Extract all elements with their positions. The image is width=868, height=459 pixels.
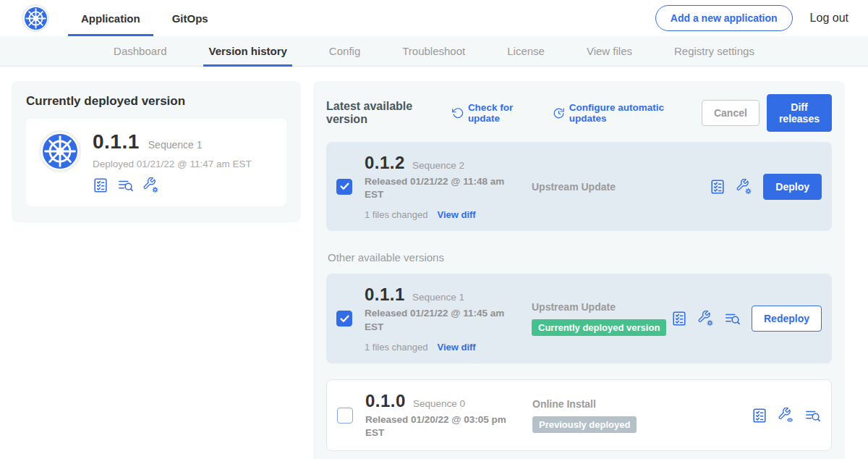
- tab-troubleshoot[interactable]: Troubleshoot: [381, 36, 486, 66]
- tab-application[interactable]: Application: [65, 0, 156, 36]
- main-content: Currently deployed version 0.1.1 Sequenc…: [0, 67, 868, 459]
- tab-version-history[interactable]: Version history: [187, 36, 307, 66]
- tab-config[interactable]: Config: [308, 36, 381, 66]
- version-row: 0.1.1 Sequence 1 Released 01/21/22 @ 11:…: [326, 274, 832, 363]
- version-row-actions: [710, 179, 752, 195]
- redeploy-button[interactable]: Redeploy: [752, 306, 822, 332]
- files-changed-label: 1 files changed: [365, 342, 427, 353]
- preflight-checks-icon[interactable]: [710, 179, 726, 195]
- deploy-logs-icon[interactable]: [725, 311, 741, 327]
- tab-registry-settings[interactable]: Registry settings: [653, 36, 775, 66]
- refresh-icon: [451, 107, 464, 119]
- deploy-logs-icon[interactable]: [805, 408, 821, 424]
- deployed-version-actions: [93, 177, 252, 193]
- tab-gitops-label: GitOps: [172, 12, 208, 25]
- version-row-actions: [752, 408, 821, 424]
- version-source-label: Online Install: [532, 398, 752, 410]
- version-status-badge: Previously deployed: [532, 416, 637, 433]
- view-config-icon[interactable]: [778, 408, 794, 424]
- version-status-badge: Currently deployed version: [532, 319, 666, 336]
- deployed-version-sequence: Sequence 1: [148, 139, 203, 151]
- version-released-timestamp: Released 01/21/22 @ 11:48 am EST: [365, 175, 509, 201]
- edit-config-icon[interactable]: [143, 177, 159, 193]
- deployed-version-number: 0.1.1: [93, 130, 140, 153]
- version-number: 0.1.1: [365, 285, 405, 305]
- top-nav-right: Add a new application Log out: [655, 5, 848, 31]
- configure-updates-label: Configure automatic updates: [569, 102, 684, 124]
- latest-version-list: 0.1.2 Sequence 2 Released 01/21/22 @ 11:…: [326, 142, 832, 231]
- diff-releases-button[interactable]: Diff releases: [767, 94, 832, 132]
- version-row: 0.1.2 Sequence 2 Released 01/21/22 @ 11:…: [326, 142, 832, 231]
- deploy-logs-icon[interactable]: [118, 177, 134, 193]
- version-released-timestamp: Released 01/21/22 @ 11:45 am EST: [365, 307, 509, 333]
- view-diff-link[interactable]: View diff: [437, 209, 475, 220]
- preflight-checks-icon[interactable]: [671, 311, 687, 327]
- view-diff-link[interactable]: View diff: [437, 342, 475, 353]
- deploy-button[interactable]: Deploy: [763, 174, 822, 200]
- tab-dashboard[interactable]: Dashboard: [93, 36, 187, 66]
- version-source-label: Upstream Update: [532, 181, 710, 193]
- kubernetes-logo-icon: [22, 4, 49, 32]
- other-versions-title: Other available versions: [328, 251, 832, 264]
- version-released-timestamp: Released 01/20/22 @ 03:05 pm EST: [365, 413, 510, 439]
- cancel-button[interactable]: Cancel: [702, 100, 760, 126]
- version-checkbox[interactable]: [336, 179, 352, 195]
- configure-automatic-updates-link[interactable]: Configure automatic updates: [553, 102, 684, 124]
- deployed-timestamp: Deployed 01/21/22 @ 11:47 am EST: [93, 159, 252, 169]
- diff-actions: Cancel Diff releases: [702, 94, 832, 132]
- version-number: 0.1.2: [365, 153, 405, 173]
- deployed-version-card: 0.1.1 Sequence 1 Deployed 01/21/22 @ 11:…: [26, 119, 286, 206]
- schedule-update-icon: [553, 107, 565, 119]
- edit-config-icon[interactable]: [698, 311, 714, 327]
- version-info: 0.1.2 Sequence 2 Released 01/21/22 @ 11:…: [365, 153, 509, 220]
- tab-view-files[interactable]: View files: [566, 36, 653, 66]
- version-source-label: Upstream Update: [532, 301, 671, 313]
- version-sequence: Sequence 1: [412, 292, 464, 303]
- tab-gitops[interactable]: GitOps: [156, 0, 224, 36]
- other-versions-list: 0.1.1 Sequence 1 Released 01/21/22 @ 11:…: [326, 274, 832, 451]
- add-application-button[interactable]: Add a new application: [655, 5, 793, 31]
- version-sequence: Sequence 0: [413, 398, 465, 409]
- logout-button[interactable]: Log out: [810, 12, 848, 25]
- preflight-checks-icon[interactable]: [93, 177, 109, 193]
- tab-license[interactable]: License: [486, 36, 566, 66]
- version-sequence: Sequence 2: [412, 160, 464, 171]
- available-panel-header: Latest available version Check for updat…: [326, 94, 832, 132]
- version-number: 0.1.0: [365, 391, 406, 411]
- version-row: 0.1.0 Sequence 0 Released 01/20/22 @ 03:…: [326, 379, 832, 451]
- version-info: 0.1.1 Sequence 1 Released 01/21/22 @ 11:…: [365, 285, 509, 352]
- version-checkbox[interactable]: [337, 408, 353, 424]
- app-logo-icon: [39, 130, 81, 172]
- preflight-checks-icon[interactable]: [752, 408, 767, 424]
- version-info: 0.1.0 Sequence 0 Released 01/20/22 @ 03:…: [365, 391, 510, 439]
- check-for-update-link[interactable]: Check for update: [451, 102, 535, 124]
- deployed-panel-title: Currently deployed version: [26, 94, 286, 109]
- version-row-actions: [671, 311, 741, 327]
- currently-deployed-panel: Currently deployed version 0.1.1 Sequenc…: [12, 81, 301, 222]
- top-nav-tabs: Application GitOps: [65, 0, 224, 36]
- version-checkbox[interactable]: [336, 311, 352, 327]
- check-for-update-label: Check for update: [468, 102, 535, 124]
- latest-available-title: Latest available version: [326, 100, 440, 126]
- files-changed-label: 1 files changed: [365, 209, 427, 220]
- tab-application-label: Application: [81, 12, 140, 25]
- app-sub-nav: Dashboard Version history Config Trouble…: [0, 36, 868, 67]
- available-versions-panel: Latest available version Check for updat…: [313, 81, 845, 459]
- top-nav: Application GitOps Add a new application…: [0, 0, 868, 36]
- edit-config-icon[interactable]: [736, 179, 752, 195]
